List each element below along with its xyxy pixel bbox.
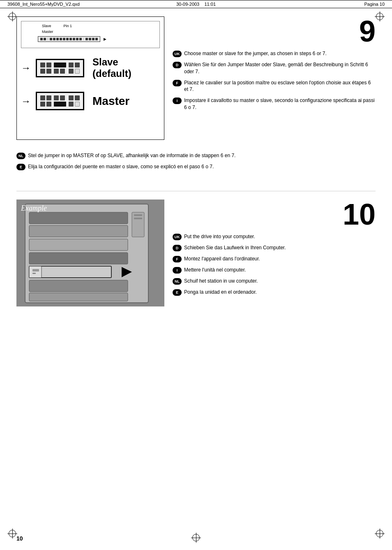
slave-entry: →: [21, 56, 160, 79]
master-small-label: Master: [42, 30, 53, 34]
d-text-10: Schieben Sie das Laufwerk in Ihren Compu…: [184, 244, 286, 251]
i-text-10: Mettere l'unità nel computer.: [184, 267, 246, 274]
slave-pin-4: [46, 69, 51, 74]
master-pin-4: [46, 102, 51, 107]
svg-rect-14: [134, 218, 142, 219]
svg-rect-5: [29, 253, 128, 264]
f-text-10: Montez l'appareil dans l'ordinateur.: [184, 255, 260, 262]
section-divider: [16, 191, 376, 191]
uk-text-9: Choose master or slave for the jumper, a…: [184, 50, 327, 57]
example-photo: Example: [16, 200, 164, 306]
pin-right-label: ▶: [104, 37, 106, 41]
master-pin-9: [69, 102, 74, 107]
svg-rect-3: [29, 225, 128, 237]
d-badge-10: D: [173, 245, 182, 251]
step-9-number: 9: [173, 16, 376, 46]
header-left: 39608_Int_Nero55+MyDVD_V2.qxd: [7, 2, 133, 7]
pin-9: [69, 38, 72, 40]
svg-rect-7: [29, 266, 42, 278]
lang-block-f-9: F Placez le cavalier sur la position maî…: [173, 79, 376, 93]
lang-block-e-9: E Elija la configuración del puente en m…: [16, 163, 376, 170]
slave-pin-9: [69, 69, 74, 74]
jumper-diagram: Slave Pin 1 Master: [16, 16, 164, 140]
master-entry: →: [21, 92, 160, 110]
uk-text-10: Put the drive into your computer.: [184, 233, 255, 240]
pin-5: [56, 38, 59, 40]
photo-caption: Example: [21, 204, 47, 213]
svg-rect-4: [29, 239, 128, 251]
d-text-9: Wählen Sie für den Jumper Master oder Sl…: [184, 61, 376, 75]
header-center: 30-09-2003 11:01: [133, 2, 259, 7]
d-badge-9: D: [173, 62, 182, 68]
master-pin-10: [75, 102, 80, 107]
svg-rect-11: [29, 293, 128, 301]
svg-rect-10: [29, 280, 128, 292]
pin-row-3: [85, 38, 98, 40]
pin-14: [89, 38, 91, 40]
pin-7: [63, 38, 65, 40]
master-pin-5: [54, 95, 59, 100]
uk-badge-10: UK: [173, 234, 182, 240]
pin-row-2: [50, 38, 82, 40]
pin-4: [53, 38, 55, 40]
nl-text-10: Schuif het station in uw computer.: [184, 278, 258, 285]
computer-illustration: [17, 200, 164, 306]
top-diagram: Slave Pin 1 Master: [21, 21, 160, 48]
section9-instructions: 9 UK Choose master or slave for the jump…: [173, 16, 376, 140]
pin-1: [40, 38, 43, 40]
svg-rect-2: [29, 212, 128, 224]
pin1-label: Pin 1: [64, 24, 72, 28]
uk-badge-9: UK: [173, 51, 182, 57]
header-bar: 39608_Int_Nero55+MyDVD_V2.qxd 30-09-2003…: [0, 0, 392, 8]
pin-3: [50, 38, 52, 40]
slave-pin-7: [69, 63, 74, 67]
i-badge-9: I: [173, 97, 182, 104]
lang-block-uk-9: UK Choose master or slave for the jumper…: [173, 50, 376, 57]
pin-6: [60, 38, 62, 40]
pin-10: [73, 38, 75, 40]
master-pin-7: [69, 95, 74, 100]
slave-arrow: →: [21, 62, 31, 74]
header-time: 11:01: [204, 2, 216, 7]
master-pin-1: [40, 95, 45, 100]
e-badge-10: E: [173, 289, 182, 296]
master-pin-6: [60, 95, 65, 100]
master-pin-8: [75, 95, 80, 100]
section-10: Example: [16, 200, 376, 306]
section-9: Slave Pin 1 Master: [16, 16, 376, 140]
header-page: Pagina 10: [259, 2, 385, 7]
f-text-9: Placez le cavalier sur la position maîtr…: [184, 79, 376, 93]
section10-instructions: 10 UK Put the drive into your computer. …: [173, 200, 376, 306]
slave-label: Slave: [42, 24, 51, 28]
slave-pin-6: [60, 69, 65, 74]
svg-rect-8: [32, 269, 39, 272]
pin-16: [95, 38, 98, 40]
lang-block-i-9: I Impostare il cavallotto su master o sl…: [173, 97, 376, 111]
lang-block-uk-10: UK Put the drive into your computer.: [173, 233, 376, 240]
master-arrow: →: [21, 95, 31, 107]
slave-pin-2: [46, 63, 51, 67]
i-badge-10: I: [173, 267, 182, 274]
slave-pin-1: [40, 63, 45, 67]
lang-block-nl-10: NL Schuif het station in uw computer.: [173, 278, 376, 285]
pin-8: [66, 38, 69, 40]
nl-badge-9: NL: [16, 153, 25, 159]
master-label-area: Master: [42, 30, 155, 34]
slave-pin-3: [40, 69, 45, 74]
slave-title: Slave (default): [92, 56, 160, 79]
pin-labels: Slave Pin 1: [42, 24, 155, 28]
nl-badge-10: NL: [173, 278, 182, 285]
svg-rect-9: [32, 273, 36, 274]
lang-block-f-10: F Montez l'appareil dans l'ordinateur.: [173, 255, 376, 262]
lang-block-i-10: I Mettere l'unità nel computer.: [173, 267, 376, 274]
slave-pin-10: [75, 69, 80, 74]
pin-12: [79, 38, 82, 40]
pin-13: [85, 38, 88, 40]
pin-11: [76, 38, 78, 40]
lang-block-nl-9: NL Stel de jumper in op MASTER of op SLA…: [16, 152, 376, 159]
master-pin-2: [46, 95, 51, 100]
lang-block-d-9: D Wählen Sie für den Jumper Master oder …: [173, 61, 376, 75]
slave-cap: [54, 63, 66, 67]
nl-text-9: Stel de jumper in op MASTER of op SLAVE,…: [28, 152, 235, 159]
slave-pin-8: [75, 63, 80, 67]
